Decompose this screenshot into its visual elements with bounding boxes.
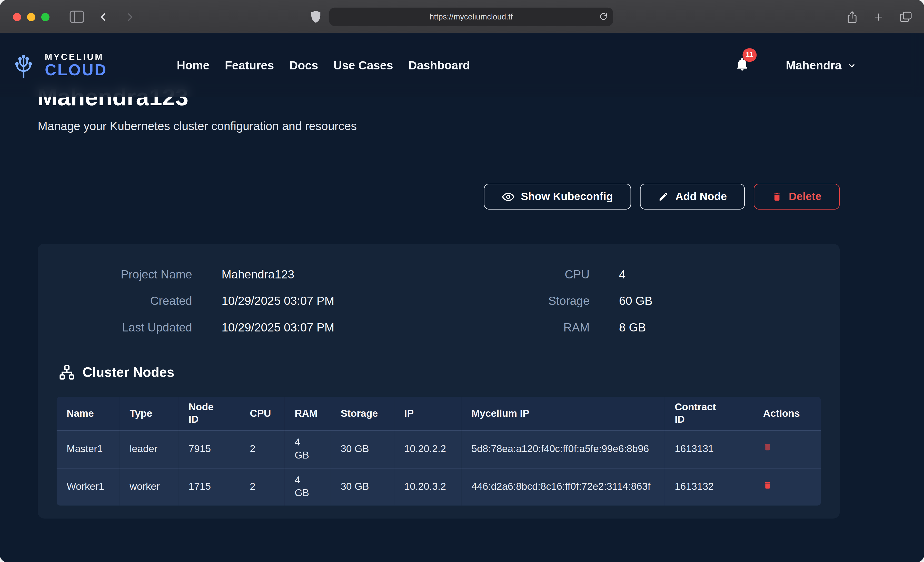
detail-value: 8 GB [619,321,821,334]
column-header-ip: IP [394,397,461,430]
cell-cpu: 2 [240,430,285,468]
username: Mahendra [786,59,842,72]
minimize-window-button[interactable] [27,13,35,21]
delete-cluster-button[interactable]: Delete [754,184,840,209]
cell-cpu: 2 [240,468,285,506]
trash-icon [763,480,772,490]
detail-value: 60 GB [619,294,821,308]
detail-row: Storage 60 GB [439,288,821,314]
cell-name: Worker1 [57,468,120,506]
cluster-actions-toolbar: Show Kubeconfig Add Node Delete [38,184,840,209]
reload-button[interactable] [599,12,608,21]
cell-storage: 30 GB [331,430,394,468]
show-kubeconfig-label: Show Kubeconfig [521,190,613,203]
column-header-mycelium-ip: Mycelium IP [461,397,665,430]
cell-contract-id: 1613132 [665,468,753,506]
delete-label: Delete [789,190,822,203]
nav-link-use-cases[interactable]: Use Cases [333,59,393,72]
zoom-window-button[interactable] [41,13,50,21]
detail-row: Last Updated 10/29/2025 03:07 PM [57,314,439,341]
sidebar-toggle-button[interactable] [69,10,84,23]
cell-actions [753,430,821,468]
detail-row: Project Name Mahendra123 [57,261,439,288]
add-node-button[interactable]: Add Node [640,184,745,209]
cell-mycelium-ip: 446:d2a6:8bcd:8c16:ff0f:72e2:3114:863f [461,468,665,506]
detail-label: Project Name [57,268,192,281]
cluster-nodes-title: Cluster Nodes [82,364,174,380]
notification-badge: 11 [743,48,756,61]
cell-ram: 4 GB [285,468,331,506]
nav-link-features[interactable]: Features [225,59,274,72]
main-content: Mahendra123 Manage your Kubernetes clust… [0,34,924,562]
cell-mycelium-ip: 5d8:78ea:a120:f40c:ff0f:a5fe:99e6:8b96 [461,430,665,468]
cell-node-id: 7915 [178,430,240,468]
chevron-left-icon [99,11,109,23]
url-text: https://myceliumcloud.tf [429,12,513,21]
desktop-background: https://myceliumcloud.tf Mahendra123 Man… [0,0,924,562]
detail-label: Created [57,294,192,308]
new-tab-button[interactable] [873,12,884,22]
browser-toolbar: https://myceliumcloud.tf [0,0,924,34]
share-icon [846,10,858,24]
address-bar[interactable]: https://myceliumcloud.tf [329,8,613,26]
cell-contract-id: 1613131 [665,430,753,468]
delete-node-button[interactable] [763,442,772,452]
cell-type: leader [120,430,178,468]
brand-logo[interactable]: MYCELIUM CLOUD [8,52,107,79]
delete-node-button[interactable] [763,480,772,490]
detail-value: 10/29/2025 03:07 PM [222,321,439,334]
site-navbar: MYCELIUM CLOUD Home Features Docs Use Ca… [0,34,924,97]
detail-label: RAM [439,321,590,334]
add-node-label: Add Node [675,190,727,203]
show-kubeconfig-button[interactable]: Show Kubeconfig [484,184,631,209]
table-row: Worker1 worker 1715 2 4 GB 30 GB 10.20.3… [57,468,821,506]
detail-label: Last Updated [57,321,192,334]
tab-overview-button[interactable] [899,11,912,23]
chevron-down-icon [847,60,857,70]
detail-label: Storage [439,294,590,308]
page: Mahendra123 Manage your Kubernetes clust… [0,34,924,562]
cell-name: Master1 [57,430,120,468]
detail-value: 10/29/2025 03:07 PM [222,294,439,308]
forward-button[interactable] [124,11,135,23]
column-header-actions: Actions [753,397,821,430]
plus-icon [873,12,884,22]
cell-ip: 10.20.2.2 [394,430,461,468]
page-subtitle: Manage your Kubernetes cluster configura… [38,120,840,133]
column-header-node-id: Node ID [178,397,240,430]
trash-icon [772,191,782,202]
cell-node-id: 1715 [178,468,240,506]
privacy-shield-icon[interactable] [311,10,321,23]
trash-icon [763,442,772,452]
table-row: Master1 leader 7915 2 4 GB 30 GB 10.20.2… [57,430,821,468]
nav-link-dashboard[interactable]: Dashboard [408,59,470,72]
cluster-nodes-header: Cluster Nodes [59,364,821,380]
column-header-ram: RAM [285,397,331,430]
column-header-contract-id: Contract ID [665,397,753,430]
column-header-name: Name [57,397,120,430]
column-header-type: Type [120,397,178,430]
detail-row: CPU 4 [439,261,821,288]
reload-icon [599,12,608,21]
close-window-button[interactable] [13,13,21,21]
back-button[interactable] [99,11,109,23]
share-button[interactable] [846,10,858,24]
nav-link-home[interactable]: Home [177,59,210,72]
column-header-storage: Storage [331,397,394,430]
user-menu[interactable]: Mahendra [786,59,857,72]
table-header-row: Name Type Node ID CPU RAM Storage IP Myc… [57,397,821,430]
detail-row: RAM 8 GB [439,314,821,341]
nodes-table: Name Type Node ID CPU RAM Storage IP Myc… [57,397,821,506]
chevron-right-icon [124,11,135,23]
eye-icon [502,190,514,203]
nav-link-docs[interactable]: Docs [289,59,318,72]
cell-ram: 4 GB [285,430,331,468]
detail-value: 4 [619,268,821,281]
column-header-cpu: CPU [240,397,285,430]
sidebar-icon [69,10,84,23]
details-grid: Project Name Mahendra123 Created 10/29/2… [38,261,840,341]
brand-name: MYCELIUM CLOUD [45,52,108,78]
notifications-button[interactable]: 11 [735,56,749,74]
tabs-icon [899,11,912,23]
pencil-icon [658,191,669,202]
